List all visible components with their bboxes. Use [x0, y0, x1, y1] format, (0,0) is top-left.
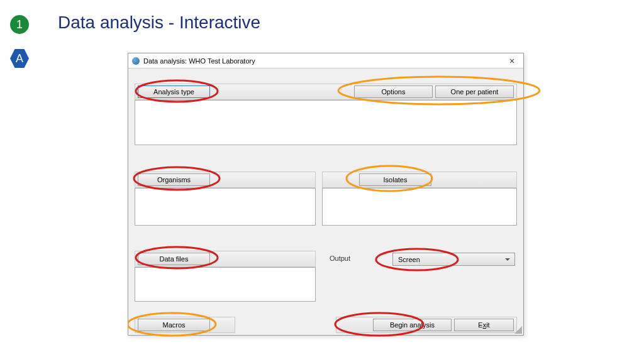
step-badge-a: A [10, 49, 29, 68]
organisms-toolbar: Organisms [135, 172, 316, 188]
options-button[interactable]: Options [354, 85, 433, 98]
data-files-panel [135, 267, 316, 302]
output-label: Output [330, 255, 350, 262]
page-title: Data analysis - Interactive [58, 13, 260, 33]
isolates-panel [322, 188, 517, 226]
titlebar: Data analysis: WHO Test Laboratory × [128, 53, 523, 69]
exit-button[interactable]: Exit [454, 319, 514, 331]
bottom-right-toolbar: Begin analysis Exit [336, 317, 517, 333]
organisms-button[interactable]: Organisms [138, 173, 210, 186]
one-per-patient-button[interactable]: One per patient [435, 85, 514, 98]
isolates-toolbar: Isolates [322, 172, 517, 188]
macros-button[interactable]: Macros [138, 319, 210, 331]
macros-toolbar: Macros [135, 317, 235, 333]
top-toolbar: Analysis type Options One per patient [135, 84, 517, 100]
resize-grip-icon[interactable] [514, 326, 522, 334]
analysis-type-panel [135, 100, 517, 145]
begin-analysis-button[interactable]: Begin analysis [373, 319, 452, 331]
output-dropdown[interactable]: Screen [392, 253, 515, 266]
analysis-type-button[interactable]: Analysis type [138, 85, 210, 98]
isolates-button[interactable]: Isolates [359, 173, 431, 186]
step-badge-1: 1 [10, 15, 29, 34]
data-files-toolbar: Data files [135, 251, 316, 267]
data-analysis-dialog: Data analysis: WHO Test Laboratory × Ana… [128, 53, 524, 336]
output-dropdown-value: Screen [398, 256, 420, 263]
data-files-button[interactable]: Data files [138, 253, 210, 265]
close-icon[interactable]: × [506, 55, 518, 67]
organisms-panel [135, 188, 316, 226]
dialog-title: Data analysis: WHO Test Laboratory [143, 57, 255, 65]
app-globe-icon [132, 57, 140, 65]
